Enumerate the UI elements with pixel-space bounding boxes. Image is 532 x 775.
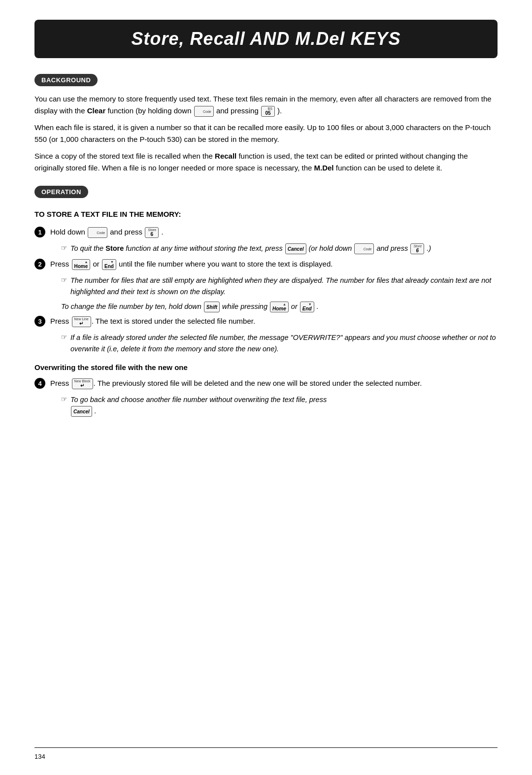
step-2: 2 Press ▲Home or ▼End until the file num… xyxy=(34,258,498,270)
note-icon-1: ☞ xyxy=(61,244,67,252)
operation-section: OPERATION TO STORE A TEXT FILE IN THE ME… xyxy=(34,186,498,417)
store-key-s1: Store6 xyxy=(145,227,159,238)
background-p2: When each file is stared, it is given a … xyxy=(34,122,498,145)
shift-key: Shift xyxy=(204,302,220,312)
code-key: Code xyxy=(194,106,214,117)
step-4-note: ☞ To go back and choose another file num… xyxy=(61,394,498,417)
step-3-content: Press New Line↵. The text is stored unde… xyxy=(50,315,255,327)
background-p1: You can use the memory to store frequent… xyxy=(34,93,498,117)
step-1-note: ☞ To quit the Store function at any time… xyxy=(61,243,498,254)
step-4: 4 Press New Block↵. The previously store… xyxy=(34,377,498,389)
step-1-content: Hold down Code and press Store6 . xyxy=(50,226,164,238)
step-1-num: 1 xyxy=(34,227,45,237)
newline-key-s3: New Line↵ xyxy=(72,316,91,327)
code-key-s1b: Code xyxy=(354,243,374,254)
step-1: 1 Hold down Code and press Store6 . xyxy=(34,226,498,238)
page-number: 134 xyxy=(34,753,45,760)
home-key-2: ▲Home xyxy=(270,302,289,312)
footer-line xyxy=(34,747,498,748)
step-4-note-text: To go back and choose another file numbe… xyxy=(70,394,327,417)
note-icon-4: ☞ xyxy=(61,395,67,403)
step-3: 3 Press New Line↵. The text is stored un… xyxy=(34,315,498,327)
step-3-note: ☞ If a file is already stored under the … xyxy=(61,332,498,354)
note-icon-3: ☞ xyxy=(61,333,67,341)
background-p3: Since a copy of the stored text file is … xyxy=(34,150,498,174)
page-title: Store, Recall AND M.Del KEYS xyxy=(44,29,488,49)
step-4-content: Press New Block↵. The previously stored … xyxy=(50,377,422,389)
background-label: BACKGROUND xyxy=(34,74,98,86)
end-key-2: ▼End xyxy=(300,302,314,312)
store-title: TO STORE A TEXT FILE IN THE MEMORY: xyxy=(34,210,498,218)
code-key-s1: Code xyxy=(88,227,107,238)
step-3-num: 3 xyxy=(34,316,45,327)
page-footer: 134 xyxy=(34,747,498,760)
background-section: BACKGROUND You can use the memory to sto… xyxy=(34,74,498,174)
step-2-content: Press ▲Home or ▼End until the file numbe… xyxy=(50,258,332,270)
bs-key: BS05 xyxy=(261,106,275,117)
store-key-s1b: Store6 xyxy=(410,243,424,254)
overwrite-title: Overwriting the stored file with the new… xyxy=(34,363,498,371)
operation-label: OPERATION xyxy=(34,186,88,198)
step-1-note-text: To quit the Store function at any time w… xyxy=(70,243,431,254)
step-2-note-text: The number for files that are still empt… xyxy=(70,275,498,297)
end-key: ▼End xyxy=(102,259,116,270)
page: Store, Recall AND M.Del KEYS BACKGROUND … xyxy=(0,0,532,461)
newline-key-s4: New Block↵ xyxy=(72,378,93,389)
to-change-line: To change the file number by ten, hold d… xyxy=(61,301,498,312)
step-2-num: 2 xyxy=(34,259,45,270)
step-4-num: 4 xyxy=(34,378,45,389)
step-3-note-text: If a file is already stored under the se… xyxy=(70,332,498,354)
page-header: Store, Recall AND M.Del KEYS xyxy=(34,20,498,58)
step-2-note: ☞ The number for files that are still em… xyxy=(61,275,498,297)
cancel-key-1: Cancel xyxy=(285,243,306,254)
note-icon-2: ☞ xyxy=(61,276,67,284)
cancel-key-2: Cancel xyxy=(71,406,92,417)
home-key: ▲Home xyxy=(72,259,91,270)
